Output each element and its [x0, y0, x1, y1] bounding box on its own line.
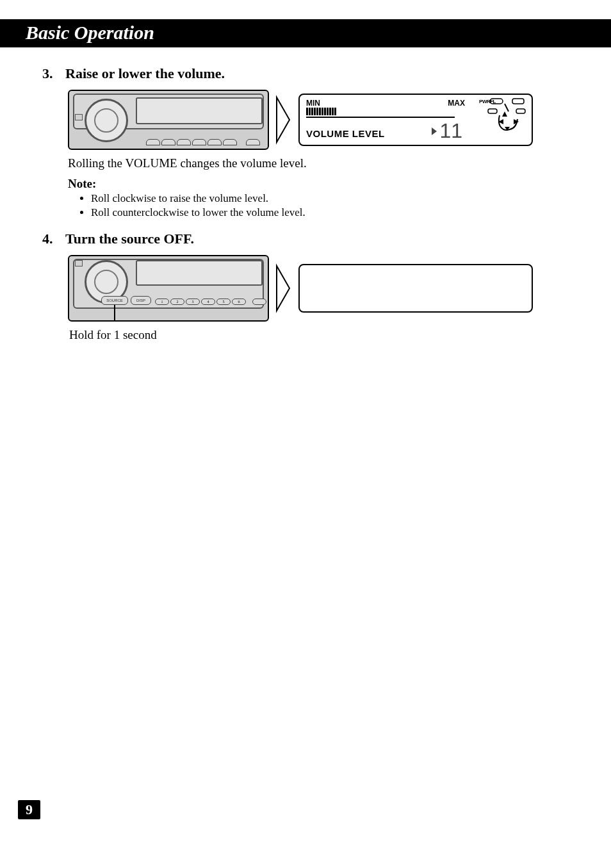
eq-button-icon	[75, 114, 83, 120]
note-heading: Note:	[68, 177, 579, 191]
preset-btn-icon	[146, 139, 160, 145]
section-header: Basic Operation	[0, 19, 611, 47]
callout-line	[114, 305, 115, 322]
play-indicator-icon	[432, 127, 437, 135]
svg-rect-2	[512, 99, 524, 104]
preset-btn-icon	[246, 139, 260, 145]
preset-buttons-row	[146, 139, 260, 145]
disp-button-icon: DISP	[131, 296, 151, 305]
step-number: 4.	[32, 231, 65, 247]
preset-3-icon: 3	[186, 299, 200, 305]
svg-rect-4	[488, 109, 497, 113]
preset-btn-icon	[192, 139, 206, 145]
preset-1-icon: 1	[155, 299, 169, 305]
min-label: MIN	[306, 99, 320, 108]
volume-dial-icon	[85, 99, 128, 142]
svg-marker-10	[277, 266, 289, 311]
max-label: MAX	[448, 99, 465, 108]
svg-marker-0	[277, 97, 289, 142]
page-number: 9	[18, 800, 40, 819]
svg-rect-1	[490, 99, 503, 104]
device-illustration-source: SOURCE DISP 1 2 3 4 5 6	[68, 255, 269, 322]
preset-4-icon: 4	[201, 299, 215, 305]
step-4-caption: Hold for 1 second	[69, 328, 579, 342]
svg-line-3	[505, 104, 509, 111]
step-number: 3.	[32, 65, 65, 82]
preset-btn-icon	[223, 139, 237, 145]
control-cluster-icon	[468, 97, 526, 142]
step-4-heading: 4. Turn the source OFF.	[32, 231, 579, 247]
device-illustration-volume	[68, 90, 269, 150]
device-screen-area	[136, 97, 263, 124]
note-list: Roll clockwise to raise the volume level…	[79, 192, 579, 219]
source-button-icon: SOURCE	[101, 296, 128, 305]
aux-btn-icon	[268, 299, 269, 305]
preset-btn-icon	[161, 139, 175, 145]
aux-btn-icon	[252, 299, 266, 305]
lcd-display-illustration: MIN MAX VOLUME LEVEL 11 PWRFL	[298, 94, 533, 146]
eq-button-icon	[75, 260, 83, 266]
volume-value-text: 11	[439, 119, 462, 143]
note-item: Roll counterclockwise to lower the volum…	[91, 206, 579, 219]
result-arrow-icon	[274, 91, 293, 149]
step-title: Turn the source OFF.	[65, 231, 194, 247]
preset-btn-icon	[177, 139, 191, 145]
result-arrow-icon	[274, 259, 293, 317]
level-track-line	[306, 117, 455, 118]
svg-marker-6	[502, 111, 507, 117]
step-3-heading: 3. Raise or lower the volume.	[32, 65, 579, 82]
step-3-description: Rolling the VOLUME changes the volume le…	[68, 156, 579, 170]
step-title: Raise or lower the volume.	[65, 65, 225, 82]
preset-6-icon: 6	[232, 299, 246, 305]
note-item: Roll clockwise to raise the volume level…	[91, 192, 579, 205]
volume-level-bars-icon	[306, 108, 338, 115]
preset-2-icon: 2	[170, 299, 184, 305]
step-4-figure-row: SOURCE DISP 1 2 3 4 5 6	[68, 255, 579, 322]
device-screen-area	[136, 260, 263, 286]
volume-value: 11	[432, 119, 462, 143]
svg-rect-5	[516, 109, 525, 113]
manual-page: Basic Operation 3. Raise or lower the vo…	[0, 0, 611, 868]
preset-btn-icon	[208, 139, 222, 145]
preset-5-icon: 5	[216, 299, 231, 305]
numbered-presets-row: 1 2 3 4 5 6	[155, 299, 269, 305]
volume-level-label: VOLUME LEVEL	[306, 128, 385, 139]
lcd-display-blank	[298, 264, 533, 313]
step-3-figure-row: MIN MAX VOLUME LEVEL 11 PWRFL	[68, 90, 579, 150]
